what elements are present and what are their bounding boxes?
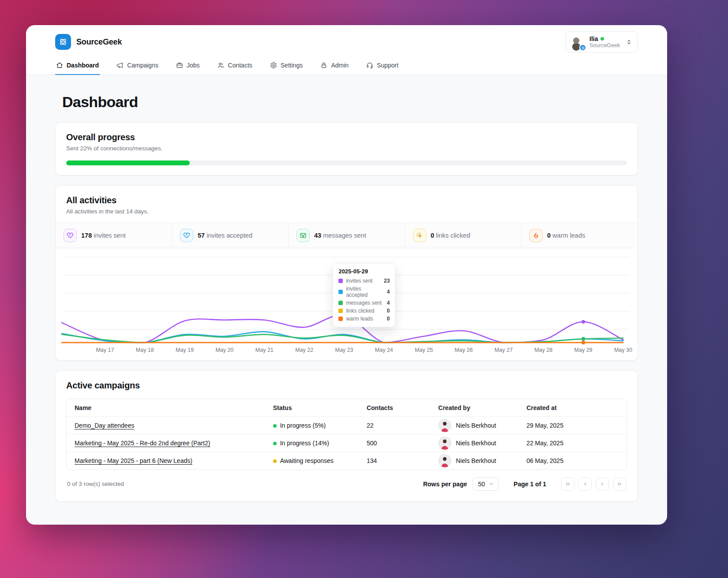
x-axis-label: May 17 <box>96 347 114 353</box>
status-dot <box>273 424 277 428</box>
megaphone-icon <box>116 62 124 69</box>
first-page-button[interactable] <box>561 477 574 491</box>
heart-accept-icon <box>180 229 193 242</box>
tooltip-row: links clicked 0 <box>338 308 390 314</box>
campaign-link[interactable]: Demo_Day attendees <box>75 422 134 429</box>
table-row[interactable]: Marketing - May 2025 - part 6 (New Leads… <box>67 452 627 470</box>
created-at: 06 May, 2025 <box>523 457 622 464</box>
series-swatch-invites-accepted <box>338 290 343 294</box>
gear-icon <box>270 62 277 69</box>
campaign-link[interactable]: Marketing - May 2025 - part 6 (New Leads… <box>75 457 192 464</box>
table-row[interactable]: Marketing - May 2025 - Re-do 2nd degree … <box>67 434 627 452</box>
chart-tooltip: 2025-05-29 invites sent 23 invites accep… <box>333 263 395 327</box>
overall-progress-title: Overall progress <box>66 132 627 142</box>
stat-invites-sent: 178 invites sent <box>56 223 172 248</box>
x-axis-label: May 28 <box>534 347 552 353</box>
cursor-click-icon <box>413 229 426 242</box>
user-name: Ilia <box>589 35 598 42</box>
selected-rows-note: 0 of 3 row(s) selected <box>67 481 124 487</box>
status-text: In progress (14%) <box>280 440 329 447</box>
x-axis-label: May 29 <box>574 347 593 353</box>
headset-icon <box>366 62 373 69</box>
col-header-name: Name <box>71 404 270 411</box>
status-dot <box>273 442 277 445</box>
activity-stats-row: 178 invites sent 57 invites accepted 43 … <box>56 223 638 248</box>
tooltip-date: 2025-05-29 <box>338 268 390 275</box>
brand-name: SourceGeek <box>76 37 122 47</box>
stat-warm-leads: 0 warm leads <box>521 223 638 248</box>
creator-name: Niels Berkhout <box>456 422 496 429</box>
table-header-row: Name Status Contacts Created by Created … <box>67 399 627 417</box>
x-axis-label: May 23 <box>335 347 353 353</box>
created-at: 29 May, 2025 <box>523 422 622 429</box>
chart-x-axis: May 17May 18May 19May 20May 21May 22May … <box>61 347 632 356</box>
prev-page-button[interactable] <box>578 477 592 491</box>
status-text: Awaiting responses <box>280 457 334 464</box>
col-header-status: Status <box>270 404 363 411</box>
org-badge-icon <box>579 44 586 51</box>
tooltip-row: invites accepted 4 <box>338 286 390 298</box>
status-text: In progress (5%) <box>280 422 326 429</box>
table-row[interactable]: Demo_Day attendees In progress (5%) 22 N… <box>67 417 627 434</box>
page-info: Page 1 of 1 <box>514 481 546 488</box>
last-page-button[interactable] <box>613 477 626 491</box>
x-axis-label: May 25 <box>415 347 433 353</box>
x-axis-label: May 26 <box>455 347 473 353</box>
series-swatch-warm-leads <box>338 317 343 321</box>
tooltip-row: invites sent 23 <box>338 278 390 284</box>
creator-avatar <box>438 454 451 467</box>
contacts-count: 134 <box>363 457 435 464</box>
activities-title: All activities <box>66 195 627 205</box>
contacts-count: 500 <box>363 440 435 447</box>
main-content: Dashboard Overall progress Sent 22% of c… <box>26 75 667 502</box>
col-header-created-at: Created at <box>523 404 622 411</box>
series-swatch-links-clicked <box>338 309 343 313</box>
nav-item-contacts[interactable]: Contacts <box>217 57 253 75</box>
user-avatar <box>569 34 585 50</box>
nav-item-settings[interactable]: Settings <box>269 57 304 75</box>
chevrons-up-down-icon <box>626 39 632 45</box>
flame-icon <box>529 229 543 242</box>
all-activities-card: All activities All activities in the las… <box>55 185 638 361</box>
x-axis-label: May 22 <box>295 347 313 353</box>
table-footer: 0 of 3 row(s) selected Rows per page 50 … <box>66 477 627 492</box>
chevron-down-icon <box>488 481 494 487</box>
nav-item-admin[interactable]: Admin <box>319 57 349 75</box>
stat-links-clicked: 0 links clicked <box>405 223 521 248</box>
nav-item-dashboard[interactable]: Dashboard <box>55 57 100 75</box>
nav-item-jobs[interactable]: Jobs <box>175 57 201 75</box>
next-page-button[interactable] <box>596 477 609 491</box>
home-icon <box>56 62 63 69</box>
progress-bar-fill <box>66 160 190 165</box>
rows-per-page-select[interactable]: 50 <box>473 477 499 491</box>
active-campaigns-card: Active campaigns Name Status Contacts Cr… <box>55 370 638 502</box>
activities-chart[interactable]: May 17May 18May 19May 20May 21May 22May … <box>61 253 632 358</box>
chevrons-right-icon <box>616 481 623 487</box>
x-axis-label: May 27 <box>495 347 513 353</box>
lock-icon <box>320 62 327 69</box>
status-dot <box>273 459 277 463</box>
x-axis-label: May 18 <box>136 347 154 353</box>
progress-bar <box>66 160 627 165</box>
nav-item-campaigns[interactable]: Campaigns <box>116 57 159 75</box>
user-menu[interactable]: Ilia SourceGeek <box>566 31 638 52</box>
x-axis-label: May 21 <box>255 347 274 353</box>
app-header: SourceGeek Ilia <box>26 25 667 75</box>
activities-subtitle: All activities in the last 14 days. <box>66 208 627 215</box>
campaign-link[interactable]: Marketing - May 2025 - Re-do 2nd degree … <box>75 440 210 447</box>
campaigns-title: Active campaigns <box>66 380 627 391</box>
x-axis-label: May 30 <box>614 347 632 353</box>
nav-item-support[interactable]: Support <box>365 57 399 75</box>
x-axis-label: May 19 <box>176 347 194 353</box>
x-axis-label: May 24 <box>375 347 393 353</box>
online-status-dot <box>600 37 604 41</box>
mail-check-icon <box>296 229 310 242</box>
app-window: SourceGeek Ilia <box>26 25 667 525</box>
tooltip-row: warm leads 0 <box>338 316 390 322</box>
creator-avatar <box>438 436 451 450</box>
series-swatch-invites-sent <box>338 279 343 283</box>
overall-progress-subtitle: Sent 22% of connections/messages. <box>66 145 627 152</box>
tooltip-row: messages sent 4 <box>338 300 390 306</box>
series-swatch-messages-sent <box>338 301 343 305</box>
col-header-created-by: Created by <box>435 404 523 411</box>
